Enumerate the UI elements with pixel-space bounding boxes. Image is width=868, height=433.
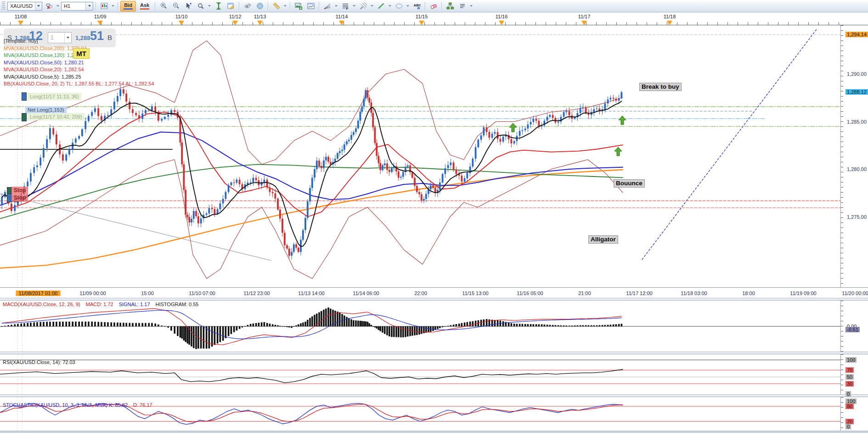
buy-arrow-icon[interactable] (614, 147, 622, 156)
object-list-icon-dropdown[interactable] (469, 2, 473, 11)
time-axis-label: 11/19 09:00 (790, 291, 816, 296)
object-list-icon[interactable] (457, 1, 468, 11)
chart-window-icon[interactable] (305, 1, 316, 11)
date-ruler-label: 11/12 (229, 14, 242, 19)
time-axis-label: 11/14 06:00 (353, 291, 379, 296)
chart-annotation[interactable]: Alligator (588, 235, 618, 244)
day-marker-icon (232, 21, 238, 25)
indicator-legend: [Template: huy] MVA(XAU/USD.Close,200): … (4, 38, 154, 88)
price-axis-label: 1,294.14 (845, 32, 868, 37)
toolbar-separator (319, 2, 319, 10)
position-marker[interactable] (22, 92, 27, 101)
eye-refresh-icon[interactable] (242, 1, 253, 11)
bid-button[interactable]: Bid (120, 1, 136, 11)
object-tree-icon[interactable] (444, 1, 456, 11)
pointer-zoom-icon[interactable] (182, 1, 194, 11)
price-axis-label: 1,288.12 (845, 89, 868, 95)
chevron-down-icon[interactable] (35, 2, 42, 10)
date-ruler-label: 11/16 (496, 14, 508, 19)
chart-annotation[interactable]: Bouunce (614, 179, 645, 188)
buy-arrow-icon[interactable] (509, 123, 517, 132)
stochastic-header-part: STOCHASTIC(XAU/USD, 10, 3, 3, MVA, MVA) … (3, 402, 128, 408)
ask-button[interactable]: Ask (137, 1, 152, 11)
chart-annotation[interactable]: Break to buy (639, 83, 682, 91)
sphere-icon[interactable] (254, 1, 265, 11)
time-axis-label: 11/18 03:00 (681, 291, 707, 296)
time-axis-label: 15:00 (141, 291, 154, 296)
timeframe-combo[interactable]: H1 (61, 2, 93, 11)
ruler-icon[interactable] (271, 1, 282, 11)
price-axis-label: 1,280.00 (845, 166, 868, 172)
add-image-icon[interactable] (293, 1, 304, 11)
horizontal-scrollbar[interactable] (0, 431, 868, 433)
price-axis-label: 1,285.00 (845, 119, 868, 125)
indicator-axis-label: 80 (845, 404, 854, 409)
toolbar-separator (118, 2, 118, 10)
date-ruler-label: 11/13 (254, 14, 266, 19)
pitchfork-icon[interactable] (357, 1, 369, 11)
macd-panel[interactable] (0, 301, 868, 352)
position-marker[interactable] (22, 113, 27, 121)
stochastic-header: STOCHASTIC(XAU/USD, 10, 3, 3, MVA, MVA) … (3, 402, 158, 408)
ellipse-icon[interactable] (393, 1, 405, 11)
ask-button-label: Ask (140, 2, 149, 8)
fib-fan-icon[interactable] (321, 1, 333, 11)
chevron-down-icon[interactable] (85, 2, 93, 10)
svg-text:ABC: ABC (413, 3, 421, 7)
mt-object-label[interactable]: MT (73, 49, 89, 58)
trend-line-icon-dropdown[interactable] (388, 2, 392, 11)
price-axis[interactable] (840, 25, 845, 287)
day-marker-icon (667, 21, 672, 25)
link-break-icon-dropdown[interactable] (56, 2, 60, 11)
magnifier-icon[interactable] (195, 1, 206, 11)
link-break-icon[interactable] (43, 1, 55, 11)
macd-panel-axis (840, 301, 845, 352)
ruler-icon-dropdown[interactable] (283, 2, 287, 11)
rsi-header-part: RSI(XAU/USD.Close, 14): 72.03 (3, 359, 75, 365)
rsi-panel[interactable] (0, 354, 868, 394)
chart-type-icon-dropdown[interactable] (111, 2, 115, 11)
eraser-icon[interactable] (428, 1, 439, 11)
zoom-in-icon[interactable] (158, 1, 169, 11)
text-label-icon[interactable]: ABC+ (411, 1, 423, 11)
stop-labels[interactable]: StopStop (11, 187, 28, 202)
time-axis-label: 11/12 23:00 (243, 291, 270, 296)
trend-line-icon[interactable] (375, 1, 387, 11)
rsi-header: RSI(XAU/USD.Close, 14): 72.03 (3, 359, 81, 365)
day-marker-icon (581, 21, 587, 25)
date-ruler-label: 11/09 (94, 14, 107, 19)
legend-line: MVA(XAU/USD.Close,20): 1,282.54 (4, 66, 154, 74)
time-axis[interactable]: 11/08/2017 01:0011/09 00:0015:0011/10 07… (0, 287, 868, 298)
time-axis-label: 22:00 (414, 291, 427, 296)
fib-fan-icon-dropdown[interactable] (334, 2, 338, 11)
fib-levels-icon[interactable]: F (339, 1, 351, 11)
rsi-panel-axis (840, 354, 845, 394)
vertical-scale-icon[interactable] (213, 1, 224, 11)
stochastic-header-part: D: 76.17 (133, 402, 152, 408)
stop-label: Stop (11, 194, 28, 201)
position-label[interactable]: Long(11/17 11:13, 36) (28, 93, 81, 100)
toolbar-separator (96, 2, 96, 10)
fib-levels-icon-dropdown[interactable] (352, 2, 356, 11)
magnifier-icon-dropdown[interactable] (207, 2, 212, 11)
buy-arrow-icon[interactable] (618, 116, 626, 125)
symbol-combo[interactable]: XAU/USD (7, 2, 42, 11)
indicator-axis-label: -0.51 (845, 327, 860, 332)
macd-header-part: SIGNAL: 1.17 (119, 302, 150, 307)
macd-header-part: HISTOGRAM: 0.55 (156, 302, 199, 307)
time-axis-label: 11/17 12:00 (626, 291, 652, 296)
ellipse-icon-dropdown[interactable] (406, 2, 410, 11)
zoom-out-icon[interactable] (170, 1, 181, 11)
time-axis-label: 11/13 14:00 (298, 291, 324, 296)
date-ruler[interactable]: 11/0811/0911/1011/1211/1311/1411/1511/16… (0, 12, 868, 25)
position-label[interactable]: Net Long(1,153) (25, 106, 67, 114)
toolbar-grip[interactable] (2, 1, 5, 11)
legend-line: BB(XAU/USD.Close, 20, 2) TL: 1,287.55 BL… (4, 80, 154, 88)
pitchfork-icon-dropdown[interactable] (370, 2, 374, 11)
time-axis-label: 11/20 00:00 (842, 291, 868, 296)
day-marker-icon (179, 21, 184, 25)
date-ruler-label: 11/10 (175, 14, 188, 19)
position-label[interactable]: Long(11/17 10:42, 209) (28, 113, 85, 120)
edit-window-icon[interactable] (225, 1, 237, 11)
chart-type-icon[interactable] (98, 1, 110, 11)
